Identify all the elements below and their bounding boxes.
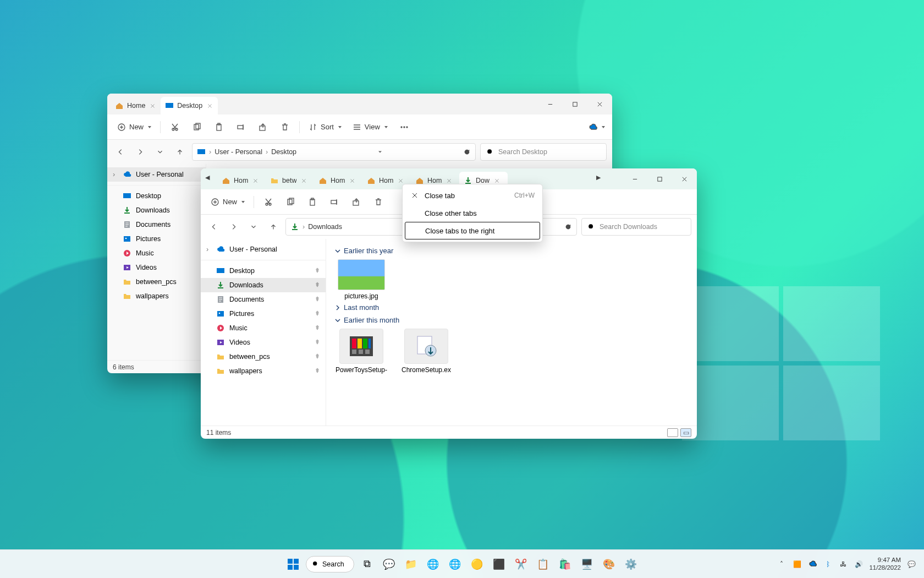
taskbar-app-explorer[interactable]: 📁 xyxy=(402,555,420,574)
forward-button[interactable] xyxy=(133,144,148,160)
nav-item-between_pcs[interactable]: between_pcs xyxy=(201,350,326,364)
group-header[interactable]: Last month xyxy=(335,303,688,312)
maximize-button[interactable] xyxy=(563,94,587,114)
refresh-icon[interactable] xyxy=(564,223,572,231)
nav-item-documents[interactable]: Documents xyxy=(201,292,326,307)
taskbar-app-edge-beta[interactable]: 🌐 xyxy=(446,555,464,574)
group-header[interactable]: Earlier this month xyxy=(335,316,688,324)
nav-item-music[interactable]: Music xyxy=(107,246,206,260)
nav-item-music[interactable]: Music xyxy=(201,321,326,335)
delete-button[interactable] xyxy=(369,194,388,210)
search-box[interactable]: Search Desktop xyxy=(480,143,607,161)
taskbar-app-notepad[interactable]: 📋 xyxy=(534,555,552,574)
paste-button[interactable] xyxy=(302,194,322,210)
tab[interactable]: Hom xyxy=(217,172,266,189)
onedrive-status[interactable] xyxy=(587,119,607,135)
group-header[interactable]: Earlier this year xyxy=(335,247,688,255)
taskbar-app-edge[interactable]: 🌐 xyxy=(424,555,442,574)
share-button[interactable] xyxy=(253,119,273,135)
nav-pane[interactable]: › User - Personal DesktopDownloadsDocume… xyxy=(201,239,326,426)
file-explorer-window-front[interactable]: ◀ HombetwHomHomHomDow ▶ New › Downloads xyxy=(201,168,697,439)
taskbar-clock[interactable]: 9:47 AM 11/28/2022 xyxy=(869,557,901,571)
breadcrumb-expand-icon[interactable] xyxy=(377,149,383,155)
up-button[interactable] xyxy=(172,144,188,160)
nav-pane[interactable]: › User - Personal DesktopDownloadsDocume… xyxy=(107,164,206,360)
file-item[interactable]: ChromeSetup.ex xyxy=(400,329,453,374)
close-button[interactable] xyxy=(672,168,697,189)
close-tab-icon[interactable] xyxy=(148,102,156,110)
content-pane[interactable]: Earlier this yearpictures.jpgLast monthE… xyxy=(326,239,697,426)
close-tab-icon[interactable] xyxy=(397,177,404,184)
close-tab-icon[interactable] xyxy=(251,177,259,184)
rename-button[interactable] xyxy=(231,119,251,135)
cut-button[interactable] xyxy=(258,194,278,210)
new-button[interactable]: New xyxy=(113,119,156,135)
tab[interactable]: betw xyxy=(266,172,314,189)
taskbar-search[interactable]: Search xyxy=(306,556,354,572)
new-button[interactable]: New xyxy=(206,194,249,210)
nav-item-between_pcs[interactable]: between_pcs xyxy=(107,275,206,289)
taskbar-app-terminal[interactable]: ⬛ xyxy=(490,555,508,574)
context-menu-item[interactable]: Close tabCtrl+W xyxy=(405,187,540,204)
tab-scroll-right[interactable]: ▶ xyxy=(592,168,605,186)
taskbar-app-chrome[interactable]: 🟡 xyxy=(468,555,486,574)
tray-network-icon[interactable]: 🖧 xyxy=(838,559,848,569)
nav-root[interactable]: › User - Personal xyxy=(201,242,326,257)
tab[interactable]: Hom xyxy=(314,172,362,189)
tray-app-icon[interactable]: 🟧 xyxy=(792,559,802,569)
delete-button[interactable] xyxy=(275,119,295,135)
breadcrumb-segment[interactable]: User - Personal xyxy=(215,148,262,156)
nav-item-pictures[interactable]: Pictures xyxy=(107,232,206,246)
taskbar[interactable]: Search ⧉ 💬 📁 🌐 🌐 🟡 ⬛ ✂️ 📋 🛍️ 🖥️ 🎨 ⚙️ ˄ 🟧… xyxy=(0,549,924,578)
close-tab-icon[interactable] xyxy=(348,177,356,184)
taskbar-app-snip[interactable]: ✂️ xyxy=(512,555,530,574)
close-tab-icon[interactable] xyxy=(206,102,213,110)
new-tab-button[interactable] xyxy=(218,97,235,114)
nav-item-desktop[interactable]: Desktop xyxy=(107,189,206,203)
nav-item-desktop[interactable]: Desktop xyxy=(201,264,326,278)
tray-volume-icon[interactable]: 🔊 xyxy=(854,559,864,569)
context-menu-item[interactable]: Close tabs to the right xyxy=(405,222,540,239)
notifications-button[interactable]: 💬 xyxy=(906,559,916,569)
share-button[interactable] xyxy=(346,194,366,210)
breadcrumb-segment[interactable]: Desktop xyxy=(271,148,296,156)
context-menu-item[interactable]: Close other tabs xyxy=(405,204,540,222)
back-button[interactable] xyxy=(113,144,128,160)
refresh-icon[interactable] xyxy=(463,148,471,156)
thumbnails-view-button[interactable]: ▭ xyxy=(680,428,691,437)
tab-desktop[interactable]: Desktop xyxy=(161,97,218,114)
nav-item-videos[interactable]: Videos xyxy=(107,260,206,275)
nav-item-downloads[interactable]: Downloads xyxy=(107,203,206,217)
close-button[interactable] xyxy=(587,94,612,114)
nav-item-videos[interactable]: Videos xyxy=(201,335,326,350)
rename-button[interactable] xyxy=(324,194,344,210)
close-tab-icon[interactable] xyxy=(300,177,307,184)
tray-onedrive-icon[interactable] xyxy=(807,559,817,569)
nav-item-wallpapers[interactable]: wallpapers xyxy=(107,289,206,303)
close-tab-icon[interactable] xyxy=(445,177,453,184)
tab-scroll-left[interactable]: ◀ xyxy=(201,168,214,186)
task-view-button[interactable]: ⧉ xyxy=(358,555,376,574)
search-box[interactable]: Search Downloads xyxy=(581,218,691,236)
back-button[interactable] xyxy=(206,219,222,235)
paste-button[interactable] xyxy=(209,119,229,135)
taskbar-app-remote-desktop[interactable]: 🖥️ xyxy=(578,555,596,574)
breadcrumb[interactable]: › User - Personal › Desktop xyxy=(192,143,476,161)
start-button[interactable] xyxy=(284,555,302,574)
nav-item-pictures[interactable]: Pictures xyxy=(201,307,326,321)
minimize-button[interactable] xyxy=(623,168,647,189)
tray-bluetooth-icon[interactable]: ᛒ xyxy=(823,559,833,569)
recent-button[interactable] xyxy=(152,144,168,160)
file-item[interactable]: PowerToysSetup- xyxy=(335,329,388,374)
taskbar-app-settings[interactable]: ⚙️ xyxy=(622,555,640,574)
breadcrumb-segment[interactable]: Downloads xyxy=(308,223,342,231)
tab-home[interactable]: Home xyxy=(111,97,161,114)
nav-item-downloads[interactable]: Downloads xyxy=(201,278,326,292)
forward-button[interactable] xyxy=(226,219,241,235)
cut-button[interactable] xyxy=(165,119,185,135)
copy-button[interactable] xyxy=(187,119,207,135)
taskbar-app-powertoys[interactable]: 🎨 xyxy=(600,555,618,574)
minimize-button[interactable] xyxy=(538,94,563,114)
recent-button[interactable] xyxy=(246,219,261,235)
file-item[interactable]: pictures.jpg xyxy=(335,259,388,300)
